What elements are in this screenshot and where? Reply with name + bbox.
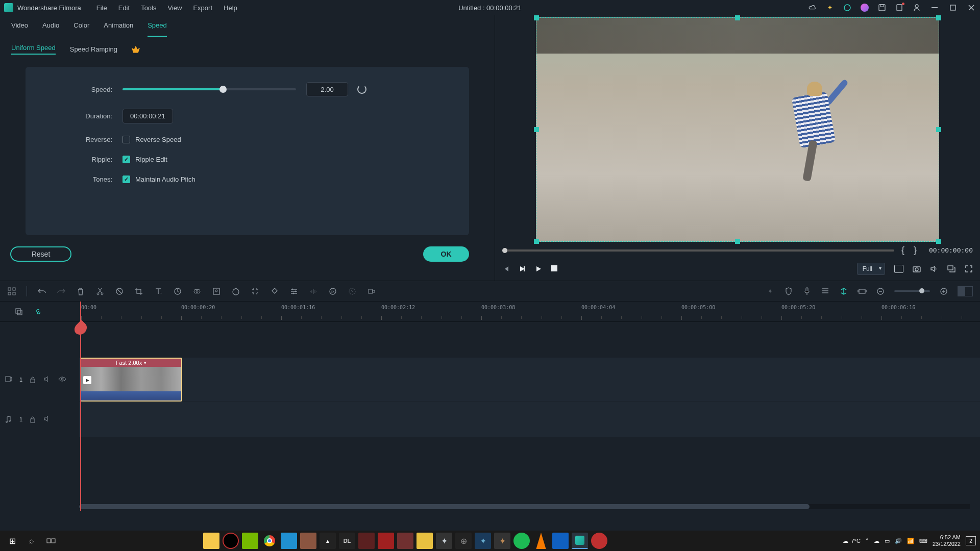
- close-button[interactable]: [967, 3, 976, 12]
- task-view-icon[interactable]: [43, 533, 59, 549]
- tab-animation[interactable]: Animation: [104, 21, 133, 37]
- add-marker-icon[interactable]: [367, 287, 376, 296]
- app-icon[interactable]: ⊕: [455, 533, 472, 549]
- subtab-uniform-speed[interactable]: Uniform Speed: [11, 44, 56, 55]
- shield-icon[interactable]: [784, 287, 793, 296]
- resize-handle-icon[interactable]: [534, 15, 539, 20]
- adjust-icon[interactable]: [289, 287, 299, 296]
- voiceover-icon[interactable]: [802, 287, 812, 296]
- reset-button[interactable]: Reset: [10, 246, 71, 262]
- disable-icon[interactable]: [115, 287, 124, 296]
- prev-frame-button[interactable]: [502, 265, 509, 272]
- tray-language-icon[interactable]: ⌨: [919, 538, 927, 544]
- maximize-button[interactable]: [948, 3, 958, 12]
- speed-tool-icon[interactable]: [173, 287, 182, 296]
- link-icon[interactable]: [34, 307, 43, 316]
- menu-tools[interactable]: Tools: [141, 4, 156, 12]
- mask-tool-icon[interactable]: [270, 287, 279, 296]
- filmora-taskbar-icon[interactable]: [572, 533, 588, 549]
- tab-color[interactable]: Color: [74, 21, 89, 37]
- color-match-icon[interactable]: [192, 287, 202, 296]
- save-icon[interactable]: [878, 4, 886, 12]
- green-screen-icon[interactable]: [212, 287, 221, 296]
- search-icon[interactable]: ⌕: [23, 533, 40, 549]
- subtab-speed-ramping[interactable]: Speed Ramping: [70, 45, 117, 53]
- app-icon[interactable]: ✦: [494, 533, 510, 549]
- resize-handle-icon[interactable]: [936, 239, 941, 244]
- layout-icon[interactable]: [7, 287, 16, 296]
- app-icon[interactable]: [591, 533, 607, 549]
- visibility-icon[interactable]: [58, 376, 65, 383]
- keyframe-tool-icon[interactable]: [251, 287, 260, 296]
- resize-handle-icon[interactable]: [534, 127, 539, 132]
- app-icon[interactable]: [281, 533, 297, 549]
- account-icon[interactable]: [913, 4, 921, 12]
- motion-tracking-icon[interactable]: [348, 287, 357, 296]
- render-preview-icon[interactable]: ✦: [766, 287, 775, 296]
- system-clock[interactable]: 6:52 AM 23/12/2022: [933, 534, 961, 547]
- app-icon[interactable]: ✦: [436, 533, 452, 549]
- timeline-view-toggle[interactable]: [958, 286, 973, 296]
- resize-handle-icon[interactable]: [735, 15, 740, 20]
- start-button[interactable]: ⊞: [4, 533, 20, 549]
- undo-icon[interactable]: [37, 287, 46, 296]
- playhead[interactable]: [80, 302, 81, 511]
- menu-view[interactable]: View: [167, 4, 182, 12]
- timeline-ruler[interactable]: 00:0000:00:00:2000:00:01:1600:00:02:1200…: [79, 302, 980, 322]
- speed-reset-icon[interactable]: [357, 85, 366, 94]
- avatar-icon[interactable]: [861, 4, 869, 12]
- delete-icon[interactable]: [76, 287, 85, 296]
- speed-slider[interactable]: [122, 88, 296, 90]
- mark-out-button[interactable]: }: [912, 245, 919, 256]
- zoom-to-fit-icon[interactable]: [857, 287, 867, 296]
- notification-icon[interactable]: [895, 4, 903, 12]
- app-icon[interactable]: ✦: [475, 533, 491, 549]
- mixer-icon[interactable]: [821, 287, 830, 296]
- vlc-icon[interactable]: [533, 533, 549, 549]
- stop-button[interactable]: [551, 265, 558, 272]
- volume-icon[interactable]: [930, 265, 938, 273]
- zoom-in-icon[interactable]: [939, 287, 948, 296]
- scrubber-thumb[interactable]: [502, 248, 507, 253]
- mark-in-button[interactable]: {: [899, 245, 906, 256]
- play-pause-button[interactable]: [519, 265, 526, 272]
- clip-speed-badge[interactable]: Fast 2.00x: [81, 359, 181, 367]
- duration-tool-icon[interactable]: [231, 287, 240, 296]
- app-icon[interactable]: DL: [339, 533, 355, 549]
- audio-track[interactable]: [79, 402, 980, 437]
- zoom-out-icon[interactable]: [876, 287, 885, 296]
- display-mode-icon[interactable]: [894, 265, 903, 273]
- fullscreen-icon[interactable]: [965, 265, 973, 273]
- lock-icon[interactable]: [30, 376, 37, 383]
- app-icon[interactable]: [552, 533, 569, 549]
- menu-file[interactable]: File: [96, 4, 107, 12]
- spotify-icon[interactable]: [513, 533, 530, 549]
- snapshot-icon[interactable]: [913, 265, 921, 273]
- mute-icon[interactable]: [44, 376, 51, 383]
- video-preview[interactable]: [536, 17, 939, 242]
- app-icon[interactable]: [397, 533, 413, 549]
- weather-widget[interactable]: ☁7°C: [843, 538, 860, 544]
- play-button[interactable]: [535, 265, 542, 272]
- resize-handle-icon[interactable]: [936, 15, 941, 20]
- tray-battery-icon[interactable]: ▭: [885, 538, 890, 544]
- split-icon[interactable]: [95, 287, 105, 296]
- resize-handle-icon[interactable]: [936, 127, 941, 132]
- ok-button[interactable]: OK: [423, 246, 469, 262]
- tray-onedrive-icon[interactable]: ☁: [874, 538, 879, 544]
- tab-audio[interactable]: Audio: [42, 21, 59, 37]
- redo-icon[interactable]: [57, 287, 66, 296]
- app-icon[interactable]: [223, 533, 239, 549]
- minimize-button[interactable]: [930, 3, 939, 12]
- reverse-checkbox[interactable]: [122, 136, 130, 143]
- ripple-checkbox[interactable]: [122, 156, 130, 163]
- menu-export[interactable]: Export: [193, 4, 212, 12]
- zoom-slider-thumb[interactable]: [919, 288, 924, 293]
- tray-wifi-icon[interactable]: 📶: [907, 538, 914, 544]
- zoom-slider[interactable]: [894, 290, 930, 292]
- support-icon[interactable]: [843, 4, 851, 12]
- lock-icon[interactable]: [30, 416, 37, 423]
- app-icon[interactable]: ▲: [320, 533, 336, 549]
- notification-center-icon[interactable]: 2: [966, 536, 976, 545]
- tab-speed[interactable]: Speed: [148, 21, 167, 37]
